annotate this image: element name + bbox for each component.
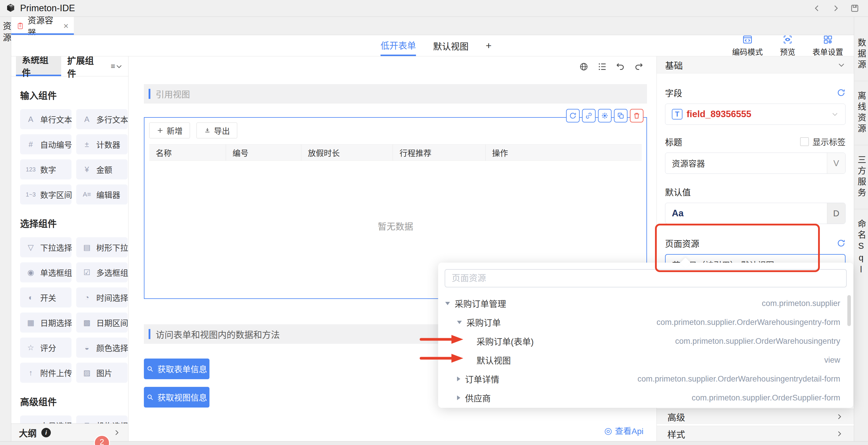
strip-item-datasource[interactable]: 数据源: [855, 28, 867, 81]
components-list: 输入组件 A单行文本 A多行文本 #自动编号 ±计数器 123数字 ¥金额 1~…: [11, 76, 128, 423]
tree-item-supplier[interactable]: 供应商 com.primeton.supplier.OrderSupplier-…: [438, 388, 853, 407]
component-multi-line-text[interactable]: A多行文本: [76, 109, 128, 129]
tab-extension-components[interactable]: 扩展组件: [61, 56, 106, 76]
doc-tab-label: 资源容器: [28, 13, 59, 38]
tree-item-default-view[interactable]: 默认视图 view: [438, 350, 853, 370]
collapse-panel-chevron-icon[interactable]: [115, 56, 123, 76]
copy-component-button[interactable]: [614, 109, 627, 123]
component-time-picker[interactable]: ◔时间选择: [76, 287, 128, 307]
refresh-field-icon[interactable]: [837, 88, 845, 97]
refresh-page-resource-icon[interactable]: [837, 239, 845, 248]
caret-collapsed-icon[interactable]: [457, 396, 460, 400]
caret-expanded-icon[interactable]: [445, 302, 450, 305]
strip-item-third-party-services[interactable]: 三方服务: [855, 145, 867, 209]
tree-item-purchase-order-form[interactable]: 采购订单(表单) com.primeton.supplier.OrderWare…: [438, 332, 853, 350]
get-form-info-button[interactable]: 获取表单信息: [144, 358, 210, 379]
strip-item-offline-resources[interactable]: 离线资源: [855, 81, 867, 145]
export-button[interactable]: 导出: [196, 123, 237, 138]
component-dropdown-select[interactable]: ▽下拉选择: [20, 237, 71, 257]
component-switch[interactable]: ◐开关: [20, 287, 71, 307]
component-date-range[interactable]: ▩日期区间: [76, 312, 128, 333]
popup-scrollbar[interactable]: [847, 295, 851, 326]
globe-icon[interactable]: [579, 62, 589, 71]
basic-section-header[interactable]: 基础: [657, 56, 854, 73]
tab-default-view[interactable]: 默认视图: [433, 35, 469, 56]
section-title-advanced: 高级组件: [20, 395, 128, 408]
component-checkbox-group[interactable]: ☑多选框组: [76, 262, 128, 282]
right-resource-strip: 数据源 离线资源 三方服务 命名Sql: [854, 17, 868, 441]
preview-icon: [782, 34, 793, 45]
outline-bar[interactable]: 大纲 i: [11, 423, 128, 441]
tab-system-components[interactable]: 系统组件: [16, 56, 61, 76]
view-api-link[interactable]: ◎ 查看Api: [604, 425, 644, 437]
tree-item-purchase-order-management[interactable]: 采购订单管理 com.primeton.supplier: [438, 294, 853, 313]
component-rating[interactable]: ☆评分: [20, 338, 71, 358]
component-number-range[interactable]: 1~3数字区间: [20, 184, 71, 205]
column-trip-recommendation[interactable]: 行程推荐: [393, 145, 486, 161]
component-tree-dropdown[interactable]: ▤树形下拉: [76, 237, 128, 257]
tree-item-purchase-order[interactable]: 采购订单 com.primeton.supplier.OrderWarehous…: [438, 313, 853, 332]
component-org-select[interactable]: 品机构选择: [76, 415, 128, 423]
component-list-menu-icon[interactable]: ≡: [111, 56, 115, 76]
component-person-select[interactable]: ○人员选择: [20, 415, 71, 423]
component-settings-button[interactable]: [598, 109, 612, 123]
outline-expand-chevron-icon[interactable]: [113, 429, 121, 437]
show-label-checkbox[interactable]: [800, 137, 809, 146]
delete-component-button[interactable]: [630, 109, 644, 123]
default-value-input[interactable]: Aa D: [665, 203, 845, 224]
style-section-header[interactable]: 样式: [657, 426, 854, 441]
component-auto-number[interactable]: #自动编号: [20, 134, 71, 154]
column-code[interactable]: 编号: [226, 145, 301, 161]
component-editor[interactable]: A≡编辑器: [76, 184, 128, 205]
text-field-type-icon: T: [672, 109, 682, 119]
time-picker-icon: ◔: [81, 293, 93, 302]
code-mode-button[interactable]: 编码模式: [732, 34, 763, 57]
component-single-line-text[interactable]: A单行文本: [20, 109, 71, 129]
field-value: field_89356555: [687, 109, 751, 119]
component-date-picker[interactable]: ▦日期选择: [20, 312, 71, 333]
caret-expanded-icon[interactable]: [457, 321, 462, 324]
nav-forward-icon[interactable]: [831, 4, 840, 13]
component-counter[interactable]: ±计数器: [76, 134, 128, 154]
strip-item-named-sql[interactable]: 命名Sql: [855, 209, 867, 286]
component-amount[interactable]: ¥金额: [76, 159, 128, 179]
add-view-tab-button[interactable]: +: [486, 35, 492, 56]
caret-collapsed-icon[interactable]: [457, 377, 460, 381]
field-select[interactable]: T field_89356555: [665, 104, 845, 125]
column-holiday-duration[interactable]: 放假时长: [301, 145, 393, 161]
referenced-view-section[interactable]: 引用视图: [144, 84, 647, 104]
title-variable-toggle[interactable]: V: [827, 153, 845, 173]
component-radio-group[interactable]: ◉单选框组: [20, 262, 71, 282]
title-input[interactable]: 资源容器 V: [665, 152, 845, 174]
close-tab-icon[interactable]: ×: [63, 21, 68, 31]
refresh-component-button[interactable]: [566, 109, 580, 123]
attachment-upload-icon: ↑: [25, 368, 37, 377]
chevron-down-icon[interactable]: [837, 61, 845, 69]
undo-icon[interactable]: [616, 62, 625, 71]
default-value-mode-toggle[interactable]: D: [827, 203, 845, 224]
form-settings-button[interactable]: 表单设置: [812, 34, 843, 57]
date-range-icon: ▩: [81, 318, 93, 327]
advanced-section-header[interactable]: 高级: [657, 409, 854, 424]
component-image[interactable]: ▨图片: [76, 363, 128, 383]
referenced-view-title: 引用视图: [156, 88, 190, 100]
component-attachment-upload[interactable]: ↑附件上传: [20, 363, 71, 383]
nav-back-icon[interactable]: [812, 4, 821, 13]
component-number[interactable]: 123数字: [20, 159, 71, 179]
save-icon[interactable]: [850, 4, 859, 13]
doc-tab-resource-container[interactable]: 资源容器 ×: [11, 17, 74, 35]
redo-icon[interactable]: [634, 62, 644, 71]
preview-button[interactable]: 预览: [780, 34, 795, 57]
component-color-picker[interactable]: ◒颜色选择: [76, 338, 128, 358]
column-actions[interactable]: 操作: [486, 145, 642, 161]
field-label: 字段: [665, 87, 682, 99]
outline-list-icon[interactable]: [597, 62, 607, 71]
tree-item-order-detail[interactable]: 订单详情 com.primeton.supplier.OrderWarehous…: [438, 370, 853, 388]
tab-lowcode-form[interactable]: 低开表单: [380, 35, 416, 56]
get-view-info-button[interactable]: 获取视图信息: [144, 387, 210, 408]
resource-search-input[interactable]: [445, 269, 847, 287]
add-row-button[interactable]: 新增: [149, 123, 190, 138]
left-resource-strip[interactable]: 资源: [0, 17, 11, 441]
column-name[interactable]: 名称: [149, 145, 226, 161]
link-component-button[interactable]: [582, 109, 596, 123]
